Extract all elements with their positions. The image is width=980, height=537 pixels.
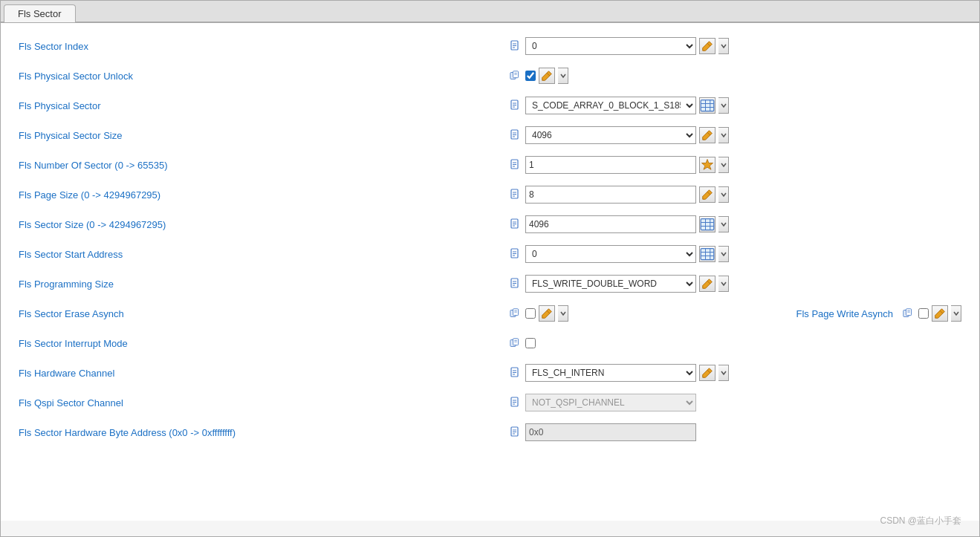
checkbox-fls-sector-interrupt-mode[interactable] xyxy=(525,338,536,348)
svg-rect-38 xyxy=(701,219,714,230)
pencil-button[interactable] xyxy=(699,127,715,143)
star-button[interactable] xyxy=(699,157,715,173)
row-fls-physical-sector-size: Fls Physical Sector Size 4096 xyxy=(19,124,961,146)
field-area-fls-physical-sector-size: 4096 xyxy=(509,126,961,144)
select-fls-hardware-channel[interactable]: FLS_CH_INTERN xyxy=(525,364,696,382)
label-fls-sector-erase-asynch: Fls Sector Erase Asynch xyxy=(19,308,509,319)
main-window: Fls Sector Fls Sector Index 0 Fls Physic… xyxy=(0,0,980,537)
pencil-button[interactable] xyxy=(699,38,715,54)
pencil-button[interactable] xyxy=(539,305,555,322)
pencil-button[interactable] xyxy=(539,68,555,84)
dropdown-arrow-button[interactable] xyxy=(718,97,729,114)
input-fls-number-of-sector[interactable] xyxy=(525,156,696,174)
doc-icon xyxy=(509,218,522,231)
label-fls-physical-sector-unlock: Fls Physical Sector Unlock xyxy=(19,71,509,82)
row-fls-programming-size: Fls Programming Size FLS_WRITE_DOUBLE_WO… xyxy=(19,273,961,295)
watermark: CSDN @蓝白小手套 xyxy=(880,515,961,527)
doc-multi-icon xyxy=(509,307,522,320)
select-fls-sector-start-address[interactable]: 0 xyxy=(525,245,696,263)
row-fls-sector-index: Fls Sector Index 0 xyxy=(19,35,961,57)
pencil-button[interactable] xyxy=(699,365,715,381)
label-fls-qspi-sector-channel: Fls Qspi Sector Channel xyxy=(19,397,509,409)
doc-icon xyxy=(509,158,522,172)
field-area-fls-sector-erase-asynch: Fls Page Write Asynch xyxy=(509,305,961,322)
label-fls-physical-sector-size: Fls Physical Sector Size xyxy=(19,130,509,141)
doc-icon xyxy=(509,188,522,201)
doc-icon xyxy=(509,39,522,53)
label-fls-sector-erase-asynch-right: Fls Page Write Asynch xyxy=(796,308,893,319)
row-fls-number-of-sector: Fls Number Of Sector (0 -> 65535) xyxy=(19,154,961,176)
dropdown-arrow-button[interactable] xyxy=(718,216,729,232)
tab-label: Fls Sector xyxy=(18,8,62,19)
table-button[interactable] xyxy=(699,97,715,114)
input-fls-page-size[interactable] xyxy=(525,186,696,204)
row-fls-physical-sector-unlock: Fls Physical Sector Unlock xyxy=(19,65,961,87)
table-button[interactable] xyxy=(699,216,715,232)
row-fls-page-size: Fls Page Size (0 -> 4294967295) xyxy=(19,183,961,206)
dropdown-arrow-button[interactable] xyxy=(718,38,729,54)
doc-icon xyxy=(509,277,522,290)
field-area-fls-physical-sector: S_CODE_ARRAY_0_BLOCK_1_S185 xyxy=(509,97,961,114)
dropdown-arrow-button[interactable] xyxy=(558,305,568,322)
select-fls-sector-index[interactable]: 0 xyxy=(525,37,696,55)
row-fls-sector-interrupt-mode: Fls Sector Interrupt Mode xyxy=(19,332,961,354)
row-fls-sector-start-address: Fls Sector Start Address 0 xyxy=(19,243,961,265)
svg-rect-14 xyxy=(701,100,714,111)
label-fls-number-of-sector: Fls Number Of Sector (0 -> 65535) xyxy=(19,160,509,171)
row-fls-sector-erase-asynch: Fls Sector Erase Asynch Fls Page Write A… xyxy=(19,302,961,325)
row-fls-sector-hardware-byte-address: Fls Sector Hardware Byte Address (0x0 ->… xyxy=(19,421,961,443)
label-fls-sector-size: Fls Sector Size (0 -> 4294967295) xyxy=(19,219,509,230)
checkbox-fls-sector-erase-asynch[interactable] xyxy=(525,308,536,319)
doc-multi-icon-right xyxy=(902,307,915,320)
label-fls-physical-sector: Fls Physical Sector xyxy=(19,100,509,111)
dropdown-arrow-button-right[interactable] xyxy=(951,305,961,322)
svg-marker-28 xyxy=(702,160,713,170)
dropdown-arrow-button[interactable] xyxy=(558,68,568,84)
tab-bar: Fls Sector xyxy=(1,1,979,23)
field-area-fls-physical-sector-unlock xyxy=(509,68,961,84)
row-fls-qspi-sector-channel: Fls Qspi Sector Channel NOT_QSPI_CHANNEL xyxy=(19,391,961,414)
field-area-fls-hardware-channel: FLS_CH_INTERN xyxy=(509,364,961,382)
input-fls-sector-hardware-byte-address xyxy=(525,423,696,441)
row-fls-hardware-channel: Fls Hardware Channel FLS_CH_INTERN xyxy=(19,362,961,384)
label-fls-sector-start-address: Fls Sector Start Address xyxy=(19,249,509,260)
doc-icon xyxy=(509,247,522,261)
select-fls-qspi-sector-channel[interactable]: NOT_QSPI_CHANNEL xyxy=(525,394,696,411)
field-area-fls-programming-size: FLS_WRITE_DOUBLE_WORD xyxy=(509,275,961,293)
dropdown-arrow-button[interactable] xyxy=(718,186,729,203)
input-fls-sector-size[interactable] xyxy=(525,215,696,233)
label-fls-programming-size: Fls Programming Size xyxy=(19,279,509,290)
checkbox-fls-physical-sector-unlock[interactable] xyxy=(525,71,536,81)
dropdown-arrow-button[interactable] xyxy=(718,127,729,143)
select-fls-physical-sector-size[interactable]: 4096 xyxy=(525,126,696,144)
pencil-button[interactable] xyxy=(699,276,715,292)
pencil-button-right[interactable] xyxy=(932,305,948,322)
select-fls-physical-sector[interactable]: S_CODE_ARRAY_0_BLOCK_1_S185 xyxy=(525,97,696,114)
table-button[interactable] xyxy=(699,246,715,262)
field-area-fls-sector-start-address: 0 xyxy=(509,245,961,263)
doc-multi-icon xyxy=(509,336,522,350)
svg-rect-47 xyxy=(701,249,714,260)
field-area-fls-number-of-sector xyxy=(509,156,961,174)
dropdown-arrow-button[interactable] xyxy=(718,365,729,381)
checkbox-fls-sector-erase-asynch-right[interactable] xyxy=(918,308,929,319)
dropdown-arrow-button[interactable] xyxy=(718,246,729,262)
dropdown-arrow-button[interactable] xyxy=(718,276,729,292)
field-area-fls-sector-hardware-byte-address xyxy=(509,423,961,441)
field-area-fls-sector-size xyxy=(509,215,961,233)
doc-icon xyxy=(509,128,522,142)
label-fls-hardware-channel: Fls Hardware Channel xyxy=(19,368,509,379)
doc-multi-icon xyxy=(509,69,522,82)
doc-icon xyxy=(509,426,522,439)
field-area-fls-sector-interrupt-mode xyxy=(509,336,961,350)
label-fls-sector-index: Fls Sector Index xyxy=(19,41,509,52)
pencil-button[interactable] xyxy=(699,186,715,203)
dropdown-arrow-button[interactable] xyxy=(718,157,729,173)
label-fls-sector-interrupt-mode: Fls Sector Interrupt Mode xyxy=(19,338,509,349)
select-fls-programming-size[interactable]: FLS_WRITE_DOUBLE_WORD xyxy=(525,275,696,293)
row-fls-sector-size: Fls Sector Size (0 -> 4294967295) xyxy=(19,213,961,235)
tab-fls-sector[interactable]: Fls Sector xyxy=(4,4,76,22)
field-area-fls-sector-index: 0 xyxy=(509,37,961,55)
doc-icon xyxy=(509,396,522,409)
label-fls-sector-hardware-byte-address: Fls Sector Hardware Byte Address (0x0 ->… xyxy=(19,427,509,438)
